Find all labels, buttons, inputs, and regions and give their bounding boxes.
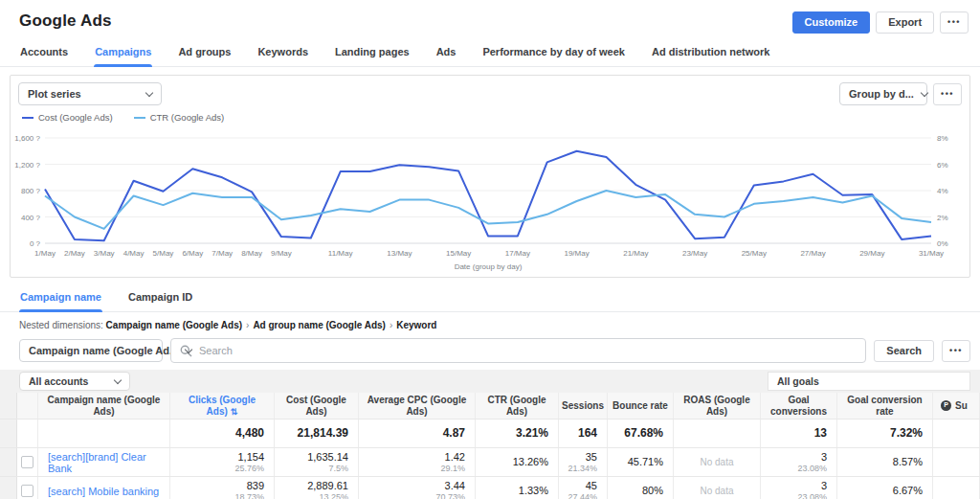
accounts-dropdown[interactable]: All accounts	[19, 372, 130, 391]
cell-cost: 2,889.6113.25%	[275, 477, 359, 499]
cell-roas	[674, 420, 761, 447]
cell-sessions: 4527.44%	[559, 477, 608, 499]
metric-value: 45.71%	[628, 456, 663, 468]
svg-text:1,600 ?: 1,600 ?	[14, 134, 40, 143]
row-checkbox[interactable]	[21, 485, 33, 497]
cell-goal_rate: 7.32%	[837, 420, 933, 447]
table-more-button[interactable]: •••	[942, 340, 970, 362]
svg-text:2%: 2%	[937, 214, 948, 222]
table-header-cell-avg_cpc[interactable]: Average CPC (Google Ads)	[359, 393, 476, 419]
search-box	[170, 338, 866, 363]
ctr-line	[45, 191, 931, 229]
group-by-label: Group by d...	[849, 88, 914, 100]
tab-landing-pages[interactable]: Landing pages	[334, 42, 411, 66]
goals-dropdown[interactable]: All goals	[768, 372, 970, 391]
tab-campaign-name[interactable]: Campaign name	[19, 287, 102, 311]
cell-name	[38, 420, 170, 447]
metric-value: 1,154	[237, 451, 264, 464]
customize-button[interactable]: Customize	[792, 11, 871, 34]
chart-legend: Cost (Google Ads) CTR (Google Ads)	[11, 105, 969, 125]
tab-ad-groups[interactable]: Ad groups	[177, 42, 232, 66]
table-row: [search] Mobile banking83918.73%2,889.61…	[0, 477, 980, 499]
group-by-dropdown[interactable]: Group by d...	[839, 82, 927, 105]
table-gutter	[0, 420, 17, 447]
table-header-cell-ctr[interactable]: CTR (Google Ads)	[476, 393, 559, 419]
metric-value: 1.42	[445, 451, 465, 464]
timeseries-chart: 0 ?0%400 ?2%800 ?4%1,200 ?6%1,600 ?8%1/M…	[11, 125, 969, 282]
metric-value: 4,480	[235, 426, 264, 440]
metric-value: 1.33%	[519, 485, 548, 497]
metric-value: 45	[586, 480, 597, 492]
svg-text:2/May: 2/May	[64, 249, 85, 258]
table-header-cell-extra[interactable]: PSu	[933, 393, 980, 419]
header-more-button[interactable]: •••	[940, 11, 969, 34]
export-button[interactable]: Export	[876, 11, 934, 34]
table-header-cell-clicks[interactable]: Clicks (Google Ads)⇅	[170, 393, 275, 419]
cell-cost: 1,635.147.5%	[275, 448, 359, 476]
cell-check	[17, 477, 38, 499]
chart-more-button[interactable]: •••	[933, 83, 962, 105]
cell-goal_rate: 6.67%	[837, 477, 933, 499]
metric-share: 23.08%	[797, 492, 827, 499]
table-gutter	[0, 448, 17, 476]
metric-share: 70.73%	[435, 492, 465, 499]
cell-clicks: 4,480	[170, 420, 275, 447]
svg-text:13/May: 13/May	[387, 249, 412, 258]
accounts-dropdown-label: All accounts	[29, 375, 88, 387]
metric-value: 35	[586, 451, 597, 464]
cell-bounce: 80%	[608, 477, 674, 499]
cell-extra	[933, 420, 980, 447]
table-header-cell-goal_conv[interactable]: Goal conversions	[761, 393, 837, 419]
dimension-dropdown[interactable]: Campaign name (Google Ad...	[19, 339, 163, 362]
plot-series-label: Plot series	[28, 88, 81, 100]
cell-check	[17, 448, 38, 476]
metric-value: 4.87	[443, 426, 465, 440]
table-header-cell-goal_rate[interactable]: Goal conversion rate	[837, 393, 933, 419]
table-header-cell-name[interactable]: Campaign name (Google Ads)	[38, 393, 170, 419]
table-header-cell-cost[interactable]: Cost (Google Ads)	[275, 393, 359, 419]
campaign-link[interactable]: [search][brand] Clear Bank	[48, 451, 160, 474]
search-button[interactable]: Search	[874, 340, 934, 362]
legend-item-cost: Cost (Google Ads)	[22, 112, 113, 123]
svg-text:11/May: 11/May	[328, 249, 353, 258]
tab-keywords[interactable]: Keywords	[256, 42, 309, 66]
tab-ads[interactable]: Ads	[435, 42, 457, 66]
svg-text:Date (group by day): Date (group by day)	[455, 262, 523, 271]
no-data-value: No data	[700, 457, 733, 467]
legend-item-ctr: CTR (Google Ads)	[134, 112, 225, 123]
svg-text:1/May: 1/May	[34, 249, 56, 258]
tab-performance-by-day[interactable]: Performance by day of week	[481, 42, 626, 66]
campaign-link[interactable]: [search] Mobile banking	[48, 486, 159, 497]
table-header-cell-sessions[interactable]: Sessions	[559, 393, 608, 419]
nested-dimension-1: Campaign name (Google Ads)	[106, 320, 242, 330]
metric-share: 27.44%	[568, 492, 597, 499]
svg-text:4%: 4%	[937, 187, 948, 195]
tab-accounts[interactable]: Accounts	[19, 42, 69, 66]
table-header-cell-roas[interactable]: ROAS (Google Ads)	[674, 393, 761, 419]
svg-text:0%: 0%	[937, 239, 948, 248]
chevron-down-icon	[921, 88, 928, 96]
table-header-cell-check[interactable]	[17, 393, 38, 419]
metric-share: 7.5%	[328, 464, 348, 474]
svg-text:7/May: 7/May	[212, 249, 233, 258]
tab-campaigns[interactable]: Campaigns	[94, 42, 152, 66]
search-input[interactable]	[199, 345, 857, 356]
totals-row: 4,48021,814.394.873.21%16467.68%137.32%	[0, 420, 980, 448]
cell-extra	[933, 448, 980, 476]
breadcrumb-separator: ›	[246, 320, 249, 330]
column-label: Average CPC (Google Ads)	[363, 395, 471, 417]
plot-series-dropdown[interactable]: Plot series	[18, 82, 162, 105]
nested-dimensions: Nested dimensions: Campaign name (Google…	[0, 312, 980, 334]
tab-campaign-id[interactable]: Campaign ID	[127, 287, 193, 311]
metric-share: 29.1%	[440, 464, 465, 474]
row-checkbox[interactable]	[21, 456, 33, 468]
sort-icon[interactable]: ⇅	[231, 407, 238, 417]
cell-clicks: 1,15425.76%	[170, 448, 275, 476]
table-header-cell-bounce[interactable]: Bounce rate	[608, 393, 674, 419]
nested-dimension-3: Keyword	[396, 320, 436, 330]
cell-cost: 21,814.39	[275, 420, 359, 447]
google-ads-report-page: Google Ads Customize Export ••• Accounts…	[0, 0, 980, 499]
cell-avg_cpc: 4.87	[359, 420, 476, 447]
svg-text:5/May: 5/May	[153, 249, 174, 258]
tab-ad-distribution-network[interactable]: Ad distribution network	[651, 42, 770, 66]
